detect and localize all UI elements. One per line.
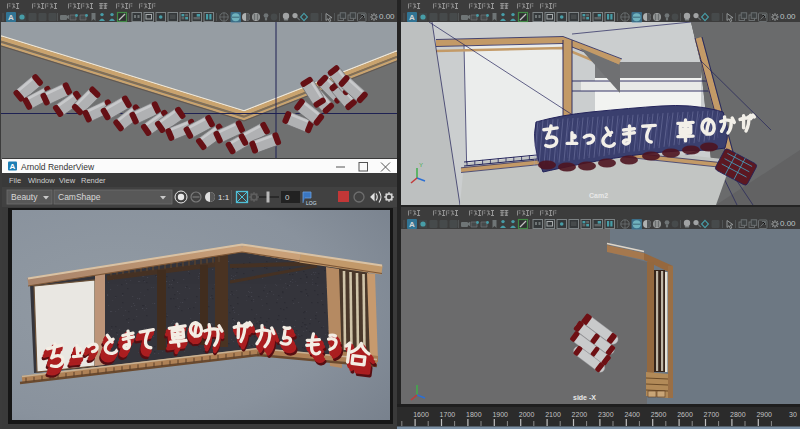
svg-text:Cam2: Cam2 — [589, 192, 608, 199]
svg-text:0.00: 0.00 — [379, 12, 395, 21]
svg-text:1600: 1600 — [413, 411, 429, 418]
svg-text:View: View — [59, 176, 76, 185]
svg-text:2100: 2100 — [545, 411, 561, 418]
svg-text:2800: 2800 — [730, 411, 746, 418]
svg-text:2500: 2500 — [651, 411, 667, 418]
svg-text:CamShape: CamShape — [58, 192, 101, 202]
svg-text:2700: 2700 — [704, 411, 720, 418]
svg-text:LOG: LOG — [306, 200, 317, 206]
svg-text:2900: 2900 — [756, 411, 772, 418]
svg-text:A: A — [10, 162, 16, 171]
svg-text:Render: Render — [81, 176, 106, 185]
svg-text:2300: 2300 — [598, 411, 614, 418]
svg-text:Beauty: Beauty — [11, 192, 38, 202]
svg-text:0: 0 — [285, 193, 290, 202]
svg-text:2000: 2000 — [519, 411, 535, 418]
svg-text:Y: Y — [419, 162, 423, 168]
svg-text:File: File — [9, 176, 21, 185]
svg-text:1700: 1700 — [440, 411, 456, 418]
svg-text:side -X: side -X — [573, 394, 596, 401]
svg-text:1800: 1800 — [466, 411, 482, 418]
svg-text:2400: 2400 — [624, 411, 640, 418]
svg-text:30: 30 — [789, 411, 797, 418]
svg-text:2600: 2600 — [677, 411, 693, 418]
svg-text:Window: Window — [28, 176, 55, 185]
svg-text:1:1: 1:1 — [218, 193, 230, 202]
svg-text:1900: 1900 — [492, 411, 508, 418]
svg-text:0.00: 0.00 — [780, 12, 796, 21]
svg-text:0.00: 0.00 — [780, 219, 796, 228]
svg-text:2200: 2200 — [572, 411, 588, 418]
svg-text:Arnold RenderView: Arnold RenderView — [21, 162, 95, 172]
